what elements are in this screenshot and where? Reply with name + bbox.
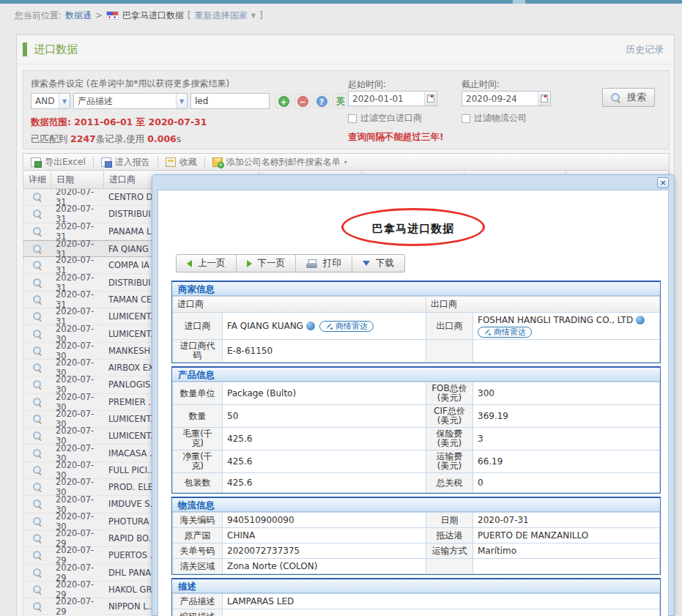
detail-magnifier-icon[interactable] — [33, 449, 42, 458]
match-suffix: s — [177, 133, 182, 144]
match-result-line: 已匹配到 2247条记录,使用 0.006s — [31, 133, 181, 146]
dialog-title: 巴拿马进口数据 — [158, 222, 668, 236]
column-header-detail[interactable]: 详细 — [23, 171, 51, 188]
logistics-section: 物流信息 海关编码940510900090日期2020-07-31原产国CHIN… — [171, 497, 661, 575]
logistics-section-title: 物流信息 — [172, 498, 660, 512]
search-field-select[interactable]: 产品描述 ▼ — [73, 93, 188, 109]
detail-magnifier-icon[interactable] — [33, 398, 42, 407]
detail-value: 940510900090 — [223, 513, 426, 528]
checkbox[interactable] — [348, 114, 357, 123]
detail-magnifier-icon[interactable] — [33, 534, 42, 543]
detail-magnifier-icon[interactable] — [33, 193, 42, 201]
remove-condition-button[interactable]: − — [294, 94, 311, 108]
english-toggle-button[interactable]: 英 — [333, 94, 349, 108]
detail-label: 清关区域 — [173, 559, 223, 574]
detail-magnifier-icon[interactable] — [33, 295, 42, 304]
history-link[interactable]: 历史记录 — [626, 43, 664, 56]
detail-label: 运输费(美元) — [426, 450, 473, 473]
page-title: 进口数据 — [34, 42, 78, 56]
filter-logistics-option: 过滤物流公司 — [462, 112, 527, 125]
importer-column-header: 进口商 — [173, 297, 426, 313]
detail-magnifier-icon[interactable] — [33, 312, 42, 321]
add-condition-button[interactable]: + — [275, 94, 292, 108]
business-radar-link[interactable]: 商情雷达 — [319, 321, 374, 332]
detail-magnifier-icon[interactable] — [33, 602, 42, 611]
detail-magnifier-icon[interactable] — [33, 278, 42, 287]
detail-magnifier-icon[interactable] — [33, 380, 42, 389]
detail-magnifier-icon[interactable] — [33, 431, 42, 440]
column-header-date[interactable]: 日期 — [51, 171, 104, 188]
add-to-mail-list-button[interactable]: 添加公司名称到邮件搜索名单▾ — [205, 154, 355, 170]
search-hint: 搜索条件设定 (在单词中加*用以获得更多搜索结果) — [31, 78, 229, 90]
detail-label: 产品描述 — [173, 594, 223, 609]
export-excel-button[interactable]: 导出Excel — [23, 154, 93, 170]
detail-magnifier-icon[interactable] — [33, 500, 42, 508]
detail-value: PUERTO DE MANZANILLO — [473, 528, 660, 543]
exporter-column-header: 出口商 — [426, 297, 660, 313]
keyword-input[interactable] — [190, 93, 270, 109]
detail-label: 原产国 — [173, 528, 223, 543]
globe-icon[interactable] — [306, 322, 315, 330]
arrow-right-icon — [247, 260, 252, 267]
query-interval-warning: 查询间隔不能超过三年! — [348, 131, 444, 144]
end-date-input[interactable]: 2020-09-24 — [462, 91, 551, 106]
filter-blank-importer-label: 过滤空白进口商 — [360, 112, 422, 125]
detail-magnifier-icon[interactable] — [33, 209, 42, 218]
boolean-operator-select[interactable]: AND ▼ — [31, 93, 70, 109]
detail-label: 数量 — [173, 405, 223, 428]
importer-code-value: E-8-61150 — [223, 340, 426, 363]
detail-value: CHINA — [223, 528, 426, 543]
radar-icon — [325, 322, 333, 330]
product-table: 数量单位Package (Bulto)FOB总价(美元)300数量50CIF总价… — [172, 382, 660, 493]
breadcrumb-prefix: 您当前位置: — [15, 10, 62, 22]
close-icon[interactable]: × — [657, 177, 669, 188]
detail-magnifier-icon[interactable] — [33, 227, 42, 236]
detail-value: 300 — [473, 382, 660, 405]
start-date-input[interactable]: 2020-01-01 — [348, 91, 437, 106]
globe-icon[interactable] — [636, 316, 645, 324]
checkbox[interactable] — [462, 114, 470, 123]
detail-magnifier-icon[interactable] — [33, 517, 42, 526]
detail-label: 净重(千克) — [173, 450, 223, 473]
boolean-operator-value: AND — [35, 96, 54, 106]
exporter-label: 出口商 — [426, 313, 473, 340]
prev-page-button[interactable]: 上一页 — [177, 255, 237, 272]
detail-magnifier-icon[interactable] — [33, 483, 42, 491]
breadcrumb-home-link[interactable]: 数据通 — [65, 10, 92, 22]
detail-magnifier-icon[interactable] — [33, 585, 42, 594]
next-page-label: 下一页 — [258, 257, 286, 270]
match-middle: 条记录,使用 — [96, 133, 147, 144]
detail-magnifier-icon[interactable] — [33, 245, 42, 253]
chevron-down-icon: ▼ — [59, 94, 70, 108]
detail-magnifier-icon[interactable] — [33, 346, 42, 355]
detail-magnifier-icon[interactable] — [33, 363, 42, 372]
detail-magnifier-icon[interactable] — [33, 261, 42, 270]
top-strip — [0, 0, 682, 4]
printer-icon — [306, 259, 317, 268]
help-button[interactable]: ? — [314, 94, 330, 108]
breadcrumb-current: 巴拿马进口数据 — [122, 10, 184, 22]
export-excel-label: 导出Excel — [45, 156, 86, 168]
reselect-country-link[interactable]: 重新选择国家 — [195, 10, 248, 22]
print-button[interactable]: 打印 — [296, 255, 352, 272]
next-page-button[interactable]: 下一页 — [237, 255, 297, 272]
favorite-button[interactable]: 收藏 — [158, 154, 204, 170]
radar-icon — [483, 328, 492, 336]
dialog-titlebar[interactable]: × — [157, 177, 669, 190]
detail-value: 66.19 — [473, 450, 660, 473]
detail-magnifier-icon[interactable] — [33, 330, 42, 338]
business-radar-link[interactable]: 商情雷达 — [478, 327, 532, 338]
detail-magnifier-icon[interactable] — [33, 551, 42, 560]
enter-report-button[interactable]: 进入报告 — [94, 154, 157, 170]
download-button[interactable]: 下载 — [352, 255, 404, 272]
calendar-button[interactable] — [424, 92, 437, 105]
detail-value: Package (Bulto) — [223, 382, 426, 405]
detail-magnifier-icon[interactable] — [33, 466, 42, 475]
detail-magnifier-icon[interactable] — [33, 568, 42, 577]
excel-icon — [31, 157, 41, 167]
panel-header: 进口数据 历史记录 — [17, 35, 674, 64]
detail-magnifier-icon[interactable] — [33, 415, 42, 423]
search-button[interactable]: 搜索 — [602, 88, 655, 107]
calendar-button[interactable] — [538, 92, 550, 105]
breadcrumb: 您当前位置: 数据通 > 巴拿马进口数据 [ 重新选择国家 ▼ ] — [15, 9, 263, 22]
